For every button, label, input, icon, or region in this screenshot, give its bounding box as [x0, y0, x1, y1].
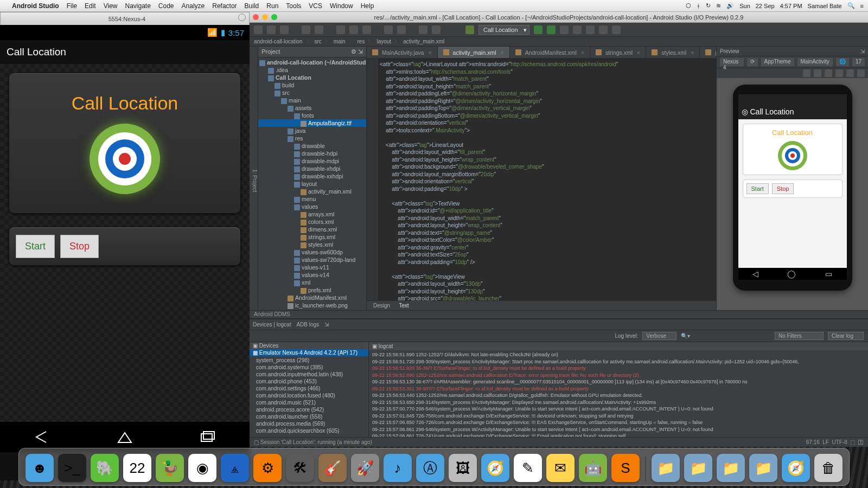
tree-node[interactable]: AmputaBangiz.ttf [258, 119, 366, 127]
back-icon[interactable] [30, 429, 54, 445]
project-view-label[interactable]: Project [261, 48, 280, 55]
process-row[interactable]: com.android.inputmethod.latin (438) [253, 371, 365, 378]
menu-window[interactable]: Window [330, 2, 353, 10]
tree-node[interactable]: .idea [258, 66, 366, 74]
bluetooth-icon[interactable]: ᚼ [697, 3, 700, 9]
process-row[interactable]: system_process (298) [253, 357, 365, 364]
run-icon[interactable] [534, 25, 542, 34]
zoom-icon[interactable] [271, 14, 277, 20]
tree-node[interactable]: styles.xml [258, 241, 366, 248]
tree-node[interactable]: main [258, 97, 366, 104]
android-status-bar[interactable]: 📶 ▮ 3:57 [0, 25, 250, 40]
dock-evernote[interactable]: 🐘 [91, 454, 119, 482]
dock-androidstudio[interactable]: 🤖 [579, 454, 607, 482]
code-editor[interactable]: <attr">class="tag">LinearLayout attr">xm… [367, 59, 716, 300]
dock-automator[interactable]: ⚙ [253, 454, 282, 482]
save-icon[interactable] [267, 25, 276, 34]
bc-5[interactable]: activity_main.xml [403, 38, 444, 44]
dock-adium[interactable]: 🦆 [156, 454, 184, 482]
tree-node[interactable]: colors.xml [258, 218, 366, 226]
paste-icon[interactable] [362, 25, 371, 34]
process-row[interactable]: android.process.acore (542) [253, 406, 365, 413]
tree-node[interactable]: drawable [258, 142, 366, 150]
tree-node[interactable]: drawable-xhdpi [258, 165, 366, 172]
preview-activity[interactable]: MainActivity [797, 58, 833, 66]
volume-icon[interactable]: 🔊 [726, 2, 734, 9]
clear-log-button[interactable]: Clear log [828, 332, 864, 340]
tree-node[interactable]: drawable-mdpi [258, 157, 366, 165]
logcat-pin-icon[interactable]: ⇲ [324, 322, 329, 328]
tree-node[interactable]: build [258, 81, 366, 89]
editor-tab[interactable]: strings.xml× [590, 47, 646, 58]
spotlight-icon[interactable]: 🔍 [847, 2, 855, 9]
dock-safari[interactable]: 🧭 [481, 454, 509, 482]
preview-device[interactable]: Nexus 4 [720, 58, 744, 66]
back-nav-icon[interactable] [419, 25, 427, 34]
tree-node[interactable]: strings.xml [258, 233, 366, 241]
tree-node[interactable]: values-v11 [258, 264, 366, 271]
menu-help[interactable]: Help [361, 2, 374, 10]
preview-locale-icon[interactable]: 🌐 [836, 58, 849, 66]
menu-view[interactable]: View [104, 2, 118, 10]
dock-notes[interactable]: ✉ [546, 454, 575, 482]
tree-node[interactable]: drawable-xxhdpi [258, 172, 366, 180]
wifi-icon[interactable]: ≋ [716, 2, 721, 9]
menu-code[interactable]: Code [158, 2, 174, 10]
dock-sublime[interactable]: S [611, 454, 640, 482]
zoom-out-icon[interactable] [814, 69, 821, 77]
close-tab-icon[interactable]: × [501, 49, 504, 56]
open-icon[interactable] [254, 25, 263, 34]
close-tab-icon[interactable]: × [581, 49, 584, 56]
tree-node[interactable]: AndroidManifest.xml [258, 294, 366, 301]
dock-calendar[interactable]: 22 [123, 454, 151, 482]
process-row[interactable]: com.android.music (521) [253, 399, 365, 406]
recents-icon[interactable] [196, 429, 220, 445]
dock-finder[interactable]: ☻ [25, 454, 54, 482]
bc-0[interactable]: android-call-location [254, 38, 303, 44]
menu-run[interactable]: Run [266, 2, 278, 10]
preview-canvas[interactable]: ◎Call Location Call Location Start Stop [717, 78, 868, 310]
project-tool-tab[interactable]: 1: Project [250, 47, 258, 310]
dock-folder2[interactable]: 📁 [684, 454, 712, 482]
forward-nav-icon[interactable] [432, 25, 441, 34]
copy-icon[interactable] [349, 25, 358, 34]
logcat-output[interactable]: 09-22 15:56:51.690 1252-1252/? D/dalvikv… [369, 350, 868, 437]
tree-node[interactable]: values-sw600dp [258, 248, 366, 256]
bc-1[interactable]: src [315, 38, 322, 44]
menubar-user[interactable]: Samael Bate [808, 3, 842, 9]
dock-trash[interactable]: 🗑 [814, 454, 843, 482]
menu-refactor[interactable]: Refactor [212, 2, 237, 10]
editor-tab[interactable]: styles.xml× [646, 47, 700, 58]
project-settings-icon[interactable]: ⚙ ⇲ [351, 48, 363, 55]
tree-node[interactable]: java [258, 127, 366, 134]
zoom-in-icon[interactable] [803, 69, 810, 77]
editor-tab[interactable]: AndroidManifest.xml× [510, 47, 590, 58]
sync-icon[interactable] [280, 25, 289, 34]
process-row[interactable]: com.android.location.fused (480) [253, 392, 365, 399]
undo-icon[interactable] [302, 25, 310, 34]
preview-orient-icon[interactable]: ⟳ [747, 58, 758, 66]
menu-navigate[interactable]: Navigate [125, 2, 150, 10]
tree-node[interactable]: arrays.xml [258, 210, 366, 218]
ddms-icon[interactable] [586, 25, 595, 34]
devices-list[interactable]: ▣ Devices ▦ Emulator Nexus-4 Android 4.2… [250, 342, 369, 437]
tree-node[interactable]: ic_launcher-web.png [258, 301, 366, 309]
dock-folder1[interactable]: 📁 [652, 454, 680, 482]
bc-2[interactable]: main [334, 38, 346, 44]
stop-button[interactable]: Stop [60, 235, 99, 258]
pv-settings-icon[interactable] [857, 69, 865, 77]
log-level-dropdown[interactable]: Verbose [642, 332, 676, 340]
log-search-icon[interactable]: 🔍▾ [681, 333, 690, 339]
log-filter-dropdown[interactable]: No Filters [775, 332, 824, 340]
menu-vcs[interactable]: VCS [309, 2, 322, 10]
tree-node[interactable]: activity_main.xml [258, 188, 366, 195]
bc-4[interactable]: layout [376, 38, 391, 44]
tree-node[interactable]: xml [258, 279, 366, 286]
menu-edit[interactable]: Edit [85, 2, 96, 10]
logcat-tab-adb[interactable]: ADB logs [296, 322, 319, 328]
refresh-icon[interactable] [835, 69, 843, 77]
tree-node[interactable]: drawable-hdpi [258, 150, 366, 157]
close-tab-icon[interactable]: × [637, 49, 640, 56]
replace-icon[interactable] [397, 25, 406, 34]
preview-hide-icon[interactable]: ⇲ [860, 48, 865, 54]
